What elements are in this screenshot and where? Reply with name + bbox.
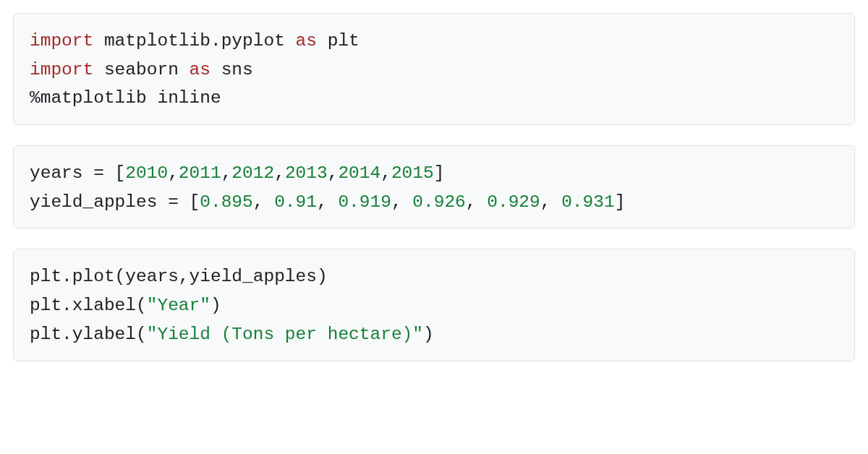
code-token: yield_apples [30, 192, 157, 212]
code-token: , [221, 163, 232, 183]
code-cells-container: import matplotlib.pyplot as plt import s… [13, 13, 855, 361]
code-token: "Yield (Tons per hectare)" [147, 325, 423, 344]
code-token: 0.931 [561, 192, 615, 212]
code-cell: plt.plot(years,yield_apples) plt.xlabel(… [13, 249, 855, 361]
code-token: 2011 [179, 163, 221, 183]
code-token: plt.ylabel( [30, 325, 147, 344]
code-token: seaborn [104, 60, 179, 80]
code-token: , [540, 192, 561, 212]
code-token: , [274, 163, 285, 183]
code-token: as [190, 60, 210, 80]
code-token: 0.91 [274, 192, 317, 212]
code-token: 0.926 [412, 192, 466, 212]
code-token: , [168, 163, 179, 183]
code-token: 2014 [338, 163, 380, 183]
code-token [179, 60, 190, 80]
code-token: "Year" [147, 296, 210, 315]
code-token: ) [423, 325, 434, 344]
code-token: years [30, 163, 83, 183]
code-token: , [380, 163, 391, 183]
code-token: plt [328, 31, 359, 51]
code-token: import [30, 60, 93, 80]
code-token: matplotlib.pyplot [104, 31, 285, 51]
code-token: 2015 [391, 163, 434, 183]
code-token: ] [615, 192, 626, 212]
code-token [93, 31, 104, 51]
code-token [93, 60, 104, 80]
code-token: , [391, 192, 412, 212]
code-token: , [253, 192, 274, 212]
code-token [285, 31, 296, 51]
code-token: %matplotlib inline [30, 88, 221, 108]
code-token: 2013 [285, 163, 328, 183]
code-token: , [317, 192, 338, 212]
code-cell: import matplotlib.pyplot as plt import s… [13, 13, 855, 125]
code-token: plt.plot(years,yield_apples) [30, 267, 328, 286]
code-token: = [ [83, 163, 126, 183]
code-token: = [ [157, 192, 200, 212]
code-token [210, 60, 221, 80]
code-token [317, 31, 328, 51]
code-token: 0.929 [487, 192, 540, 212]
code-token: import [30, 31, 93, 51]
code-token: , [466, 192, 487, 212]
code-token: 2010 [125, 163, 168, 183]
code-token: 0.919 [338, 192, 391, 212]
code-token: ) [210, 296, 221, 315]
code-token: as [296, 31, 317, 51]
code-token: 0.895 [200, 192, 253, 212]
code-token: , [328, 163, 339, 183]
code-token: 2012 [231, 163, 274, 183]
code-token: plt.xlabel( [30, 296, 147, 315]
code-token: ] [434, 163, 445, 183]
code-token: sns [221, 60, 253, 80]
code-cell: years = [2010,2011,2012,2013,2014,2015] … [13, 145, 855, 228]
